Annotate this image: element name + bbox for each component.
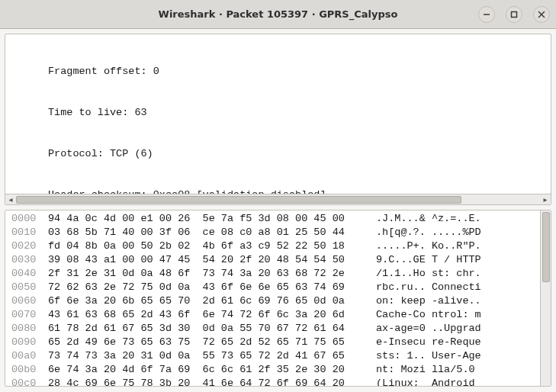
detail-field[interactable]: Protocol: TCP (6) [5, 147, 551, 161]
hex-bytes: 6e 74 3a 20 4d 6f 7a 69 6c 6c 61 2f 35 2… [48, 363, 376, 377]
scroll-right-icon[interactable]: ▸ [540, 195, 551, 204]
hex-bytes: 03 68 5b 71 40 00 3f 06 ce 08 c0 a8 01 2… [48, 226, 376, 239]
detail-field[interactable]: Time to live: 63 [5, 106, 551, 120]
hex-bytes: 43 61 63 68 65 2d 43 6f 6e 74 72 6f 6c 3… [48, 308, 376, 322]
hex-row[interactable]: 008061 78 2d 61 67 65 3d 30 0d 0a 55 70 … [11, 322, 551, 336]
hex-row[interactable]: 00b06e 74 3a 20 4d 6f 7a 69 6c 6c 61 2f … [11, 363, 551, 377]
hex-offset: 00a0 [11, 349, 48, 363]
hex-ascii: (Linux; Android [376, 377, 481, 387]
hex-bytes: 73 74 73 3a 20 31 0d 0a 55 73 65 72 2d 4… [48, 349, 376, 363]
minimize-icon [483, 11, 490, 18]
hex-offset: 0050 [11, 281, 48, 294]
hex-offset: 0090 [11, 336, 48, 349]
hex-ascii: .h[q@.?. .....%PD [376, 226, 481, 239]
hex-offset: 00b0 [11, 363, 48, 377]
hex-ascii: e-Insecu re-Reque [376, 336, 481, 349]
hex-row[interactable]: 005072 62 63 2e 72 75 0d 0a 43 6f 6e 6e … [11, 281, 551, 294]
content-area: Fragment offset: 0 Time to live: 63 Prot… [0, 29, 556, 391]
hex-bytes: 72 62 63 2e 72 75 0d 0a 43 6f 6e 6e 65 6… [48, 281, 376, 294]
window-title: Wireshark · Packet 105397 · GPRS_Calypso [159, 8, 398, 20]
hex-bytes: 39 08 43 a1 00 00 47 45 54 20 2f 20 48 5… [48, 253, 376, 267]
hex-offset: 0070 [11, 308, 48, 322]
hex-row[interactable]: 000094 4a 0c 4d 00 e1 00 26 5e 7a f5 3d … [11, 212, 551, 226]
hex-ascii: .....P+. Ko..R"P. [376, 239, 481, 253]
hex-row[interactable]: 00402f 31 2e 31 0d 0a 48 6f 73 74 3a 20 … [11, 267, 551, 281]
hex-bytes: 61 78 2d 61 67 65 3d 30 0d 0a 55 70 67 7… [48, 322, 376, 336]
hex-ascii: on: keep -alive.. [376, 294, 481, 308]
hex-offset: 0030 [11, 253, 48, 267]
hex-ascii: ax-age=0 ..Upgrad [376, 322, 481, 336]
hex-ascii: rbc.ru.. Connecti [376, 281, 481, 294]
hex-row[interactable]: 001003 68 5b 71 40 00 3f 06 ce 08 c0 a8 … [11, 226, 551, 239]
hex-ascii: sts: 1.. User-Age [376, 349, 481, 363]
vertical-scrollbar[interactable] [540, 210, 551, 386]
hex-row[interactable]: 009065 2d 49 6e 73 65 63 75 72 65 2d 52 … [11, 336, 551, 349]
close-icon [538, 11, 545, 18]
hex-ascii: .J.M...& ^z.=..E. [376, 212, 481, 226]
hex-row[interactable]: 00606f 6e 3a 20 6b 65 65 70 2d 61 6c 69 … [11, 294, 551, 308]
packet-bytes-pane[interactable]: 000094 4a 0c 4d 00 e1 00 26 5e 7a f5 3d … [5, 210, 551, 387]
hex-ascii: 9.C...GE T / HTTP [376, 253, 481, 267]
maximize-button[interactable] [506, 6, 522, 23]
packet-bytes-body: 000094 4a 0c 4d 00 e1 00 26 5e 7a f5 3d … [5, 210, 551, 387]
hex-bytes: 6f 6e 3a 20 6b 65 65 70 2d 61 6c 69 76 6… [48, 294, 376, 308]
scroll-track[interactable] [16, 194, 540, 204]
svg-rect-1 [512, 11, 517, 17]
scroll-thumb[interactable] [542, 212, 550, 282]
hex-bytes: fd 04 8b 0a 00 50 2b 02 4b 6f a3 c9 52 2… [48, 239, 376, 253]
horizontal-scrollbar[interactable]: ◂ ▸ [5, 194, 551, 204]
hex-offset: 0000 [11, 212, 48, 226]
hex-row[interactable]: 00c028 4c 69 6e 75 78 3b 20 41 6e 64 72 … [11, 377, 551, 387]
packet-details-body: Fragment offset: 0 Time to live: 63 Prot… [5, 34, 551, 205]
scroll-left-icon[interactable]: ◂ [5, 195, 16, 204]
hex-offset: 00c0 [11, 377, 48, 387]
hex-offset: 0040 [11, 267, 48, 281]
hex-ascii: Cache-Co ntrol: m [376, 308, 481, 322]
hex-offset: 0010 [11, 226, 48, 239]
scroll-thumb[interactable] [16, 196, 461, 204]
hex-ascii: nt: Mozi lla/5.0 [376, 363, 481, 377]
minimize-button[interactable] [478, 6, 495, 23]
hex-row[interactable]: 00a073 74 73 3a 20 31 0d 0a 55 73 65 72 … [11, 349, 551, 363]
hex-offset: 0020 [11, 239, 48, 253]
hex-row[interactable]: 003039 08 43 a1 00 00 47 45 54 20 2f 20 … [11, 253, 551, 267]
hex-bytes: 28 4c 69 6e 75 78 3b 20 41 6e 64 72 6f 6… [48, 377, 376, 387]
window-controls [478, 6, 550, 23]
close-button[interactable] [533, 6, 550, 23]
packet-details-pane[interactable]: Fragment offset: 0 Time to live: 63 Prot… [5, 34, 551, 205]
hex-ascii: /1.1..Ho st: chr. [376, 267, 481, 281]
maximize-icon [510, 11, 518, 18]
hex-offset: 0060 [11, 294, 48, 308]
hex-row[interactable]: 007043 61 63 68 65 2d 43 6f 6e 74 72 6f … [11, 308, 551, 322]
hex-bytes: 65 2d 49 6e 73 65 63 75 72 65 2d 52 65 7… [48, 336, 376, 349]
hex-row[interactable]: 0020fd 04 8b 0a 00 50 2b 02 4b 6f a3 c9 … [11, 239, 551, 253]
detail-field[interactable]: Fragment offset: 0 [5, 65, 551, 79]
hex-offset: 0080 [11, 322, 48, 336]
titlebar: Wireshark · Packet 105397 · GPRS_Calypso [0, 0, 556, 29]
hex-bytes: 94 4a 0c 4d 00 e1 00 26 5e 7a f5 3d 08 0… [48, 212, 376, 226]
hex-bytes: 2f 31 2e 31 0d 0a 48 6f 73 74 3a 20 63 6… [48, 267, 376, 281]
